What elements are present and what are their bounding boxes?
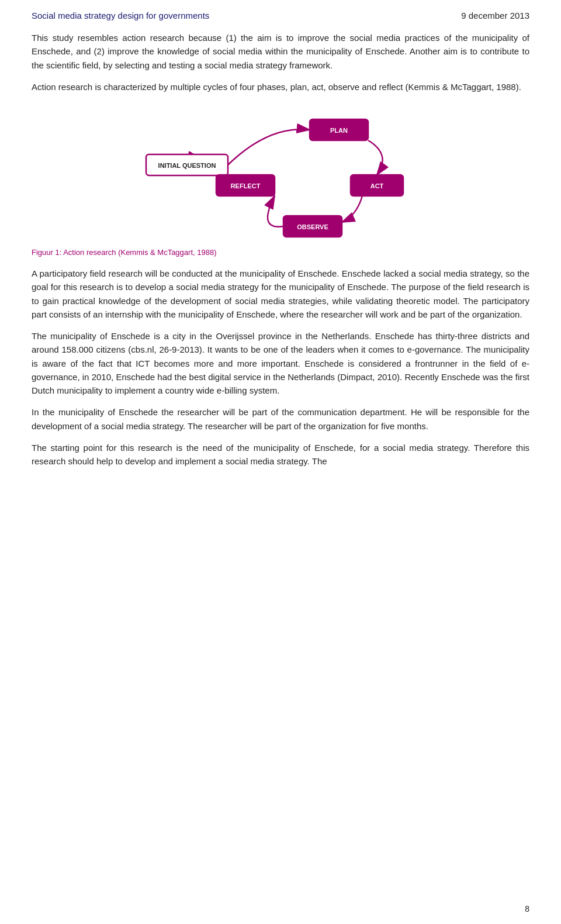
document-date: 9 december 2013 (461, 11, 529, 20)
paragraph-1: This study resembles action research bec… (32, 31, 529, 72)
paragraph-5: In the municipality of Enschede the rese… (32, 405, 529, 433)
page-header: Social media strategy design for governm… (32, 11, 529, 20)
svg-text:ACT: ACT (370, 182, 384, 189)
paragraph-6: The starting point for this research is … (32, 441, 529, 468)
paragraph-2: Action research is characterized by mult… (32, 80, 529, 94)
svg-text:OBSERVE: OBSERVE (297, 223, 328, 230)
figure-caption: Figuur 1: Action research (Kemmis & McTa… (32, 247, 529, 258)
document-title: Social media strategy design for governm… (32, 11, 209, 20)
svg-text:PLAN: PLAN (330, 127, 348, 134)
action-research-diagram: INITIAL QUESTION PLAN ACT OBSERVE REFLEC… (32, 108, 529, 242)
cycle-diagram: INITIAL QUESTION PLAN ACT OBSERVE REFLEC… (140, 108, 421, 242)
svg-text:REFLECT: REFLECT (231, 182, 261, 189)
svg-text:INITIAL QUESTION: INITIAL QUESTION (158, 162, 216, 169)
page-number: 8 (525, 904, 529, 913)
paragraph-3: A participatory field research will be c… (32, 267, 529, 321)
main-content: This study resembles action research bec… (32, 31, 529, 468)
paragraph-4: The municipality of Enschede is a city i… (32, 329, 529, 397)
